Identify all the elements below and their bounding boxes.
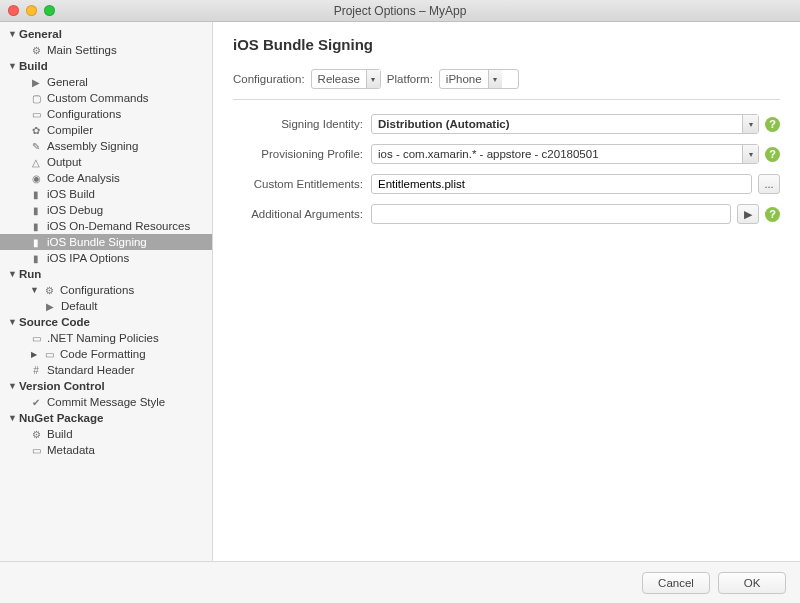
provisioning-profile-label: Provisioning Profile: [233,148,365,160]
sidebar-item-run-default[interactable]: ▶Default [0,298,212,314]
signing-icon: ✎ [30,140,42,152]
check-icon: ✔ [30,396,42,408]
config-platform-row: Configuration: Release ▾ Platform: iPhon… [233,69,780,89]
additional-arguments-label: Additional Arguments: [233,208,365,220]
sidebar-item-build-general[interactable]: ▶General [0,74,212,90]
section-run[interactable]: ▼Run [0,266,212,282]
sidebar-item-code-analysis[interactable]: ◉Code Analysis [0,170,212,186]
arguments-expand-button[interactable]: ▶ [737,204,759,224]
configuration-select[interactable]: Release ▾ [311,69,381,89]
sidebar-item-code-formatting[interactable]: ▶▭Code Formatting [0,346,212,362]
sidebar-item-commit-style[interactable]: ✔Commit Message Style [0,394,212,410]
compiler-icon: ✿ [30,124,42,136]
doc-icon: ▭ [30,332,42,344]
additional-arguments-input[interactable] [371,204,731,224]
doc-icon: ▭ [30,444,42,456]
ok-button[interactable]: OK [718,572,786,594]
window-title: Project Options – MyApp [0,4,800,18]
chevron-down-icon: ▾ [366,70,380,88]
main-panel: iOS Bundle Signing Configuration: Releas… [213,22,800,561]
chevron-down-icon: ▾ [488,70,502,88]
section-nuget[interactable]: ▼NuGet Package [0,410,212,426]
sidebar-item-compiler[interactable]: ✿Compiler [0,122,212,138]
sidebar-item-output[interactable]: △Output [0,154,212,170]
sidebar-item-ios-ondemand[interactable]: ▮iOS On-Demand Resources [0,218,212,234]
sidebar: ▼General ⚙Main Settings ▼Build ▶General … [0,22,213,561]
hash-icon: # [30,364,42,376]
chevron-down-icon: ▾ [742,145,758,163]
section-version-control[interactable]: ▼Version Control [0,378,212,394]
phone-icon: ▮ [30,236,42,248]
browse-button[interactable]: ... [758,174,780,194]
custom-entitlements-label: Custom Entitlements: [233,178,365,190]
help-icon[interactable]: ? [765,207,780,222]
sidebar-item-run-configurations[interactable]: ▼⚙Configurations [0,282,212,298]
sidebar-item-ios-bundle-signing[interactable]: ▮iOS Bundle Signing [0,234,212,250]
sidebar-item-naming-policies[interactable]: ▭.NET Naming Policies [0,330,212,346]
sidebar-item-ios-ipa[interactable]: ▮iOS IPA Options [0,250,212,266]
divider [233,99,780,100]
doc-icon: ▭ [43,348,55,360]
provisioning-profile-select[interactable]: ios - com.xamarin.* - appstore - c201805… [371,144,759,164]
section-source-code[interactable]: ▼Source Code [0,314,212,330]
project-options-window: Project Options – MyApp ▼General ⚙Main S… [0,0,800,603]
signing-identity-label: Signing Identity: [233,118,365,130]
chevron-down-icon: ▾ [742,115,758,133]
phone-icon: ▮ [30,252,42,264]
configuration-label: Configuration: [233,73,305,85]
section-build[interactable]: ▼Build [0,58,212,74]
sidebar-item-main-settings[interactable]: ⚙Main Settings [0,42,212,58]
sidebar-item-configurations[interactable]: ▭Configurations [0,106,212,122]
signing-identity-select[interactable]: Distribution (Automatic) ▾ [371,114,759,134]
configs-icon: ▭ [30,108,42,120]
gear-icon: ⚙ [43,284,55,296]
platform-select[interactable]: iPhone ▾ [439,69,519,89]
section-general[interactable]: ▼General [0,26,212,42]
play-icon: ▶ [30,76,42,88]
titlebar: Project Options – MyApp [0,0,800,22]
sidebar-item-standard-header[interactable]: #Standard Header [0,362,212,378]
help-icon[interactable]: ? [765,117,780,132]
terminal-icon: ▢ [30,92,42,104]
gear-icon: ⚙ [30,44,42,56]
sidebar-item-nuget-metadata[interactable]: ▭Metadata [0,442,212,458]
phone-icon: ▮ [30,220,42,232]
sidebar-item-ios-build[interactable]: ▮iOS Build [0,186,212,202]
gear-icon: ⚙ [30,428,42,440]
sidebar-item-nuget-build[interactable]: ⚙Build [0,426,212,442]
page-title: iOS Bundle Signing [233,36,780,53]
play-icon: ▶ [44,300,56,312]
help-icon[interactable]: ? [765,147,780,162]
cancel-button[interactable]: Cancel [642,572,710,594]
custom-entitlements-input[interactable] [371,174,752,194]
sidebar-item-ios-debug[interactable]: ▮iOS Debug [0,202,212,218]
platform-label: Platform: [387,73,433,85]
phone-icon: ▮ [30,204,42,216]
phone-icon: ▮ [30,188,42,200]
output-icon: △ [30,156,42,168]
sidebar-item-custom-commands[interactable]: ▢Custom Commands [0,90,212,106]
analysis-icon: ◉ [30,172,42,184]
dialog-footer: Cancel OK [0,561,800,603]
sidebar-item-assembly-signing[interactable]: ✎Assembly Signing [0,138,212,154]
